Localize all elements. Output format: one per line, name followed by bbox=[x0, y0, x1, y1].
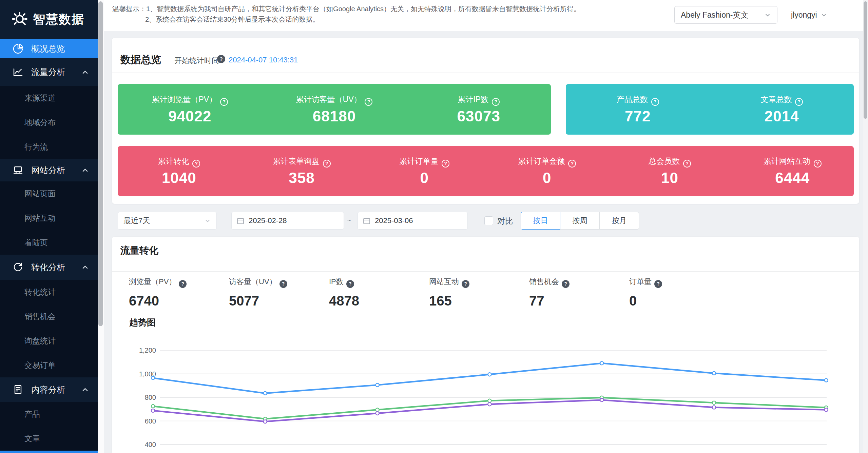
stat-total-products: 产品总数 772 bbox=[566, 84, 710, 135]
stat-total-members: 总会员数 10 bbox=[609, 146, 731, 196]
stat-site-interaction: 网站互动 165 bbox=[429, 277, 529, 309]
sidebar-item-website-interaction[interactable]: 网站互动 bbox=[0, 206, 98, 230]
sidebar-item-overview[interactable]: 概况总览 bbox=[0, 39, 98, 58]
sidebar-item-landing-page[interactable]: 着陆页 bbox=[0, 230, 98, 255]
sidebar-item-label: 网站分析 bbox=[31, 165, 65, 176]
stat-value: 94022 bbox=[168, 108, 211, 125]
sidebar-item-products[interactable]: 产品 bbox=[0, 402, 98, 426]
chevron-down-icon bbox=[764, 12, 771, 18]
chevron-down-icon bbox=[204, 217, 211, 224]
help-icon[interactable] bbox=[346, 280, 354, 288]
sidebar-submenu-website: 网站页面 网站互动 着陆页 bbox=[0, 181, 98, 255]
page-scrollbar[interactable] bbox=[863, 0, 868, 453]
stat-label: 销售机会 bbox=[529, 277, 559, 286]
help-icon[interactable] bbox=[492, 98, 500, 106]
svg-text:400: 400 bbox=[145, 441, 156, 448]
sidebar-submenu-traffic: 来源渠道 地域分布 行为流 bbox=[0, 86, 98, 159]
traffic-conversion-card: 流量转化 浏览量（PV） 6740 访客量（UV） 5077 IP数 4878 … bbox=[112, 237, 859, 453]
help-icon[interactable] bbox=[220, 98, 228, 106]
stat-order-count: 订单量 0 bbox=[629, 277, 729, 309]
help-icon[interactable] bbox=[562, 280, 570, 288]
sidebar-item-conversion-analysis[interactable]: 转化分析 bbox=[0, 255, 98, 280]
help-icon[interactable] bbox=[568, 160, 576, 168]
stat-label: 累计订单量 bbox=[399, 157, 438, 165]
sidebar-scrollbar[interactable] bbox=[98, 0, 104, 453]
help-icon[interactable] bbox=[795, 98, 803, 106]
stat-total-uv: 累计访客量（UV） 68180 bbox=[262, 84, 407, 135]
stat-ip: IP数 4878 bbox=[329, 277, 429, 309]
help-icon[interactable] bbox=[279, 280, 287, 288]
sidebar-item-source-channel[interactable]: 来源渠道 bbox=[0, 86, 98, 110]
help-icon[interactable] bbox=[217, 55, 225, 63]
granularity-day-button[interactable]: 按日 bbox=[521, 212, 560, 230]
sidebar-submenu-content: 产品 文章 bbox=[0, 402, 98, 451]
stat-value: 6740 bbox=[129, 293, 229, 309]
help-icon[interactable] bbox=[654, 280, 662, 288]
help-icon[interactable] bbox=[814, 160, 822, 168]
app-logo: 智慧数据 bbox=[0, 0, 98, 39]
help-icon[interactable] bbox=[192, 160, 200, 168]
help-icon[interactable] bbox=[365, 98, 372, 106]
app-name: 智慧数据 bbox=[33, 11, 84, 28]
stat-total-ip: 累计IP数 63073 bbox=[406, 84, 551, 135]
stat-value: 0 bbox=[420, 170, 428, 186]
sidebar-item-traffic-analysis[interactable]: 流量分析 bbox=[0, 58, 98, 86]
sidebar-item-label: 概况总览 bbox=[31, 43, 65, 54]
user-menu[interactable]: jlyongyi bbox=[791, 6, 827, 24]
conversion-stats-row: 浏览量（PV） 6740 访客量（UV） 5077 IP数 4878 网站互动 … bbox=[129, 277, 729, 309]
chevron-up-icon bbox=[81, 166, 89, 174]
magnifier-logo-icon bbox=[11, 11, 29, 28]
conversion-totals-band: 累计转化 1040 累计表单询盘 358 累计订单量 0 累计订单金额 0 总会… bbox=[118, 146, 854, 196]
tips-line-2: 2、系统会在访客会话结束30分钟后显示本次会话的数据。 bbox=[112, 14, 580, 25]
start-time-label: 开始统计时间 bbox=[174, 56, 219, 66]
stat-label: 产品总数 bbox=[617, 95, 648, 104]
sidebar-item-conversion-stats[interactable]: 转化统计 bbox=[0, 280, 98, 304]
help-icon[interactable] bbox=[651, 98, 659, 106]
chevron-down-icon bbox=[821, 12, 827, 18]
start-date-input[interactable]: 2025-02-28 bbox=[231, 212, 344, 230]
stat-label: 累计转化 bbox=[158, 157, 189, 165]
stat-label: 总会员数 bbox=[649, 157, 680, 165]
sidebar-item-inquiry-stats[interactable]: 询盘统计 bbox=[0, 329, 98, 353]
sidebar-item-behavior-flow[interactable]: 行为流 bbox=[0, 135, 98, 159]
granularity-month-button[interactable]: 按月 bbox=[599, 212, 639, 230]
compare-checkbox[interactable] bbox=[484, 216, 493, 225]
svg-text:800: 800 bbox=[145, 394, 156, 401]
trend-chart: 4006008001,0001,200 bbox=[112, 315, 859, 453]
sidebar-scrollbar-thumb[interactable] bbox=[98, 1, 103, 326]
stat-value: 63073 bbox=[457, 108, 500, 125]
sidebar-item-trade-orders[interactable]: 交易订单 bbox=[0, 353, 98, 377]
help-icon[interactable] bbox=[442, 160, 449, 168]
help-icon[interactable] bbox=[323, 160, 331, 168]
quick-range-select[interactable]: 最近7天 bbox=[118, 212, 217, 230]
end-date-input[interactable]: 2025-03-06 bbox=[358, 212, 468, 230]
granularity-week-button[interactable]: 按周 bbox=[560, 212, 600, 230]
stat-value: 2014 bbox=[765, 108, 799, 125]
sidebar-item-sales-opportunity[interactable]: 销售机会 bbox=[0, 304, 98, 329]
sidebar-next-item-highlight bbox=[0, 451, 98, 453]
stat-value: 77 bbox=[529, 293, 629, 309]
calendar-icon bbox=[236, 217, 245, 225]
sidebar: 智慧数据 概况总览 流量分析 bbox=[0, 0, 98, 453]
site-selector[interactable]: Abely Fashion-英文 bbox=[674, 6, 777, 24]
sidebar-item-label: 流量分析 bbox=[31, 66, 65, 78]
help-icon[interactable] bbox=[179, 280, 187, 288]
sidebar-item-label: 内容分析 bbox=[31, 384, 65, 395]
sidebar-item-website-pages[interactable]: 网站页面 bbox=[0, 181, 98, 206]
pie-chart-icon bbox=[12, 43, 24, 55]
sidebar-item-website-analysis[interactable]: 网站分析 bbox=[0, 159, 98, 181]
page-scrollbar-thumb[interactable] bbox=[864, 1, 867, 119]
granularity-segment: 按日 按周 按月 bbox=[521, 212, 639, 230]
system-tips: 温馨提示：1、智慧数据系统为我司自研产品，和其它统计分析类平台（如Google … bbox=[112, 4, 580, 25]
stat-label: 累计浏览量（PV） bbox=[152, 95, 217, 104]
sidebar-item-content-analysis[interactable]: 内容分析 bbox=[0, 377, 98, 402]
stat-value: 165 bbox=[429, 293, 529, 309]
chevron-up-icon bbox=[81, 68, 89, 76]
stat-label: 文章总数 bbox=[760, 95, 792, 104]
sidebar-item-region-distribution[interactable]: 地域分布 bbox=[0, 110, 98, 135]
help-icon[interactable] bbox=[462, 280, 469, 288]
stat-label: 订单量 bbox=[629, 277, 652, 286]
help-icon[interactable] bbox=[683, 160, 691, 168]
sidebar-item-articles[interactable]: 文章 bbox=[0, 426, 98, 451]
chevron-up-icon bbox=[81, 386, 89, 393]
